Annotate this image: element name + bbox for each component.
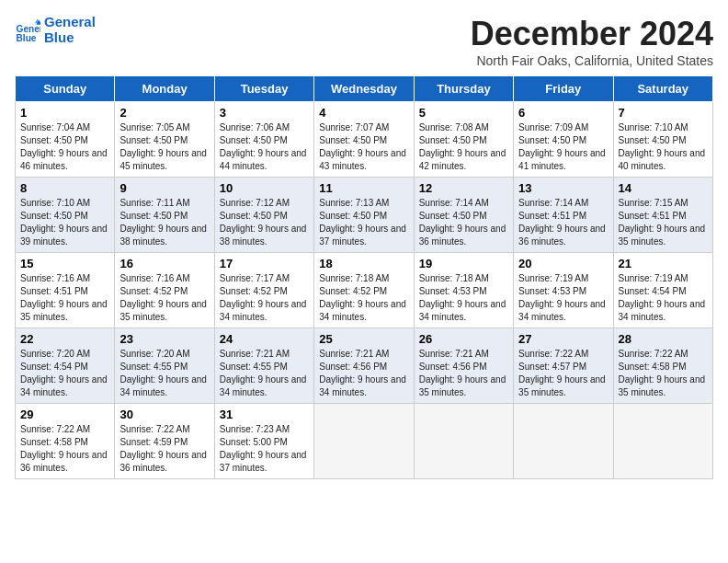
calendar-day-cell [613,404,712,479]
calendar-day-cell: 13Sunrise: 7:14 AMSunset: 4:51 PMDayligh… [514,178,613,253]
day-detail: Sunrise: 7:17 AMSunset: 4:52 PMDaylight:… [220,272,309,324]
calendar-day-cell: 24Sunrise: 7:21 AMSunset: 4:55 PMDayligh… [214,328,313,404]
weekday-header: Saturday [613,76,712,102]
calendar-week-row: 29Sunrise: 7:22 AMSunset: 4:58 PMDayligh… [16,404,713,479]
day-detail: Sunrise: 7:13 AMSunset: 4:50 PMDaylight:… [319,197,408,248]
day-detail: Sunrise: 7:05 AMSunset: 4:50 PMDaylight:… [119,121,209,173]
day-number: 12 [419,181,508,195]
header: General Blue General Blue December 2024 … [15,15,713,68]
day-number: 28 [619,332,708,346]
calendar-subtitle: North Fair Oaks, California, United Stat… [471,53,713,68]
calendar-day-cell: 16Sunrise: 7:16 AMSunset: 4:52 PMDayligh… [115,253,214,328]
day-detail: Sunrise: 7:14 AMSunset: 4:51 PMDaylight:… [518,197,608,248]
day-number: 23 [119,332,209,346]
day-detail: Sunrise: 7:21 AMSunset: 4:56 PMDaylight:… [319,348,408,399]
day-number: 16 [119,257,209,270]
calendar-day-cell: 21Sunrise: 7:19 AMSunset: 4:54 PMDayligh… [613,253,712,328]
day-detail: Sunrise: 7:15 AMSunset: 4:51 PMDaylight:… [619,197,708,248]
day-number: 6 [518,106,608,120]
calendar-day-cell: 25Sunrise: 7:21 AMSunset: 4:56 PMDayligh… [314,328,414,404]
day-detail: Sunrise: 7:22 AMSunset: 4:59 PMDaylight:… [119,423,209,475]
day-detail: Sunrise: 7:18 AMSunset: 4:53 PMDaylight:… [419,272,508,324]
day-detail: Sunrise: 7:16 AMSunset: 4:51 PMDaylight:… [20,272,109,324]
title-block: December 2024 North Fair Oaks, Californi… [471,15,713,68]
calendar-day-cell: 18Sunrise: 7:18 AMSunset: 4:52 PMDayligh… [314,253,414,328]
calendar-day-cell: 4Sunrise: 7:07 AMSunset: 4:50 PMDaylight… [314,102,414,178]
day-number: 30 [119,408,209,421]
day-detail: Sunrise: 7:11 AMSunset: 4:50 PMDaylight:… [119,197,209,248]
day-detail: Sunrise: 7:07 AMSunset: 4:50 PMDaylight:… [319,121,408,173]
day-number: 10 [220,181,309,195]
day-detail: Sunrise: 7:20 AMSunset: 4:54 PMDaylight:… [20,348,109,399]
calendar-day-cell: 2Sunrise: 7:05 AMSunset: 4:50 PMDaylight… [115,102,214,178]
day-detail: Sunrise: 7:06 AMSunset: 4:50 PMDaylight:… [220,121,309,173]
weekday-header-row: SundayMondayTuesdayWednesdayThursdayFrid… [16,76,713,102]
day-number: 7 [619,106,708,120]
day-number: 29 [20,408,109,421]
day-detail: Sunrise: 7:12 AMSunset: 4:50 PMDaylight:… [220,197,309,248]
calendar-day-cell: 22Sunrise: 7:20 AMSunset: 4:54 PMDayligh… [16,328,115,404]
day-number: 27 [518,332,608,346]
calendar-day-cell [314,404,414,479]
logo-line1: General [44,14,96,29]
day-detail: Sunrise: 7:19 AMSunset: 4:53 PMDaylight:… [518,272,608,324]
calendar-day-cell: 31Sunrise: 7:23 AMSunset: 5:00 PMDayligh… [214,404,313,479]
day-detail: Sunrise: 7:08 AMSunset: 4:50 PMDaylight:… [419,121,508,173]
day-number: 26 [419,332,508,346]
weekday-header: Monday [115,76,214,102]
calendar-day-cell: 28Sunrise: 7:22 AMSunset: 4:58 PMDayligh… [613,328,712,404]
calendar-day-cell: 26Sunrise: 7:21 AMSunset: 4:56 PMDayligh… [414,328,513,404]
day-number: 1 [20,106,109,120]
day-number: 19 [419,257,508,270]
calendar-day-cell: 8Sunrise: 7:10 AMSunset: 4:50 PMDaylight… [16,178,115,253]
calendar-day-cell: 17Sunrise: 7:17 AMSunset: 4:52 PMDayligh… [214,253,313,328]
calendar-day-cell: 9Sunrise: 7:11 AMSunset: 4:50 PMDaylight… [115,178,214,253]
day-number: 9 [119,181,209,195]
day-number: 31 [220,408,309,421]
logo-line2: Blue [44,29,74,45]
weekday-header: Wednesday [314,76,414,102]
day-number: 14 [619,181,708,195]
day-detail: Sunrise: 7:19 AMSunset: 4:54 PMDaylight:… [619,272,708,324]
calendar-day-cell: 19Sunrise: 7:18 AMSunset: 4:53 PMDayligh… [414,253,513,328]
day-number: 3 [220,106,309,120]
day-number: 5 [419,106,508,120]
calendar-day-cell: 11Sunrise: 7:13 AMSunset: 4:50 PMDayligh… [314,178,414,253]
day-number: 13 [518,181,608,195]
logo: General Blue General Blue [15,15,96,45]
calendar-table: SundayMondayTuesdayWednesdayThursdayFrid… [15,75,713,479]
weekday-header: Friday [514,76,613,102]
calendar-day-cell: 1Sunrise: 7:04 AMSunset: 4:50 PMDaylight… [16,102,115,178]
day-number: 24 [220,332,309,346]
calendar-day-cell: 5Sunrise: 7:08 AMSunset: 4:50 PMDaylight… [414,102,513,178]
calendar-day-cell: 15Sunrise: 7:16 AMSunset: 4:51 PMDayligh… [16,253,115,328]
calendar-day-cell: 30Sunrise: 7:22 AMSunset: 4:59 PMDayligh… [115,404,214,479]
calendar-day-cell: 27Sunrise: 7:22 AMSunset: 4:57 PMDayligh… [514,328,613,404]
day-detail: Sunrise: 7:22 AMSunset: 4:58 PMDaylight:… [619,348,708,399]
calendar-day-cell: 7Sunrise: 7:10 AMSunset: 4:50 PMDaylight… [613,102,712,178]
calendar-title: December 2024 [471,15,713,53]
day-detail: Sunrise: 7:16 AMSunset: 4:52 PMDaylight:… [119,272,209,324]
calendar-day-cell: 14Sunrise: 7:15 AMSunset: 4:51 PMDayligh… [613,178,712,253]
day-detail: Sunrise: 7:10 AMSunset: 4:50 PMDaylight:… [619,121,708,173]
calendar-week-row: 1Sunrise: 7:04 AMSunset: 4:50 PMDaylight… [16,102,713,178]
calendar-day-cell: 20Sunrise: 7:19 AMSunset: 4:53 PMDayligh… [514,253,613,328]
day-number: 15 [20,257,109,270]
day-number: 4 [319,106,408,120]
day-detail: Sunrise: 7:18 AMSunset: 4:52 PMDaylight:… [319,272,408,324]
day-detail: Sunrise: 7:21 AMSunset: 4:55 PMDaylight:… [220,348,309,399]
calendar-day-cell: 10Sunrise: 7:12 AMSunset: 4:50 PMDayligh… [214,178,313,253]
day-number: 2 [119,106,209,120]
weekday-header: Sunday [16,76,115,102]
calendar-day-cell: 12Sunrise: 7:14 AMSunset: 4:50 PMDayligh… [414,178,513,253]
day-detail: Sunrise: 7:21 AMSunset: 4:56 PMDaylight:… [419,348,508,399]
calendar-week-row: 22Sunrise: 7:20 AMSunset: 4:54 PMDayligh… [16,328,713,404]
day-detail: Sunrise: 7:14 AMSunset: 4:50 PMDaylight:… [419,197,508,248]
day-detail: Sunrise: 7:22 AMSunset: 4:58 PMDaylight:… [20,423,109,475]
day-number: 17 [220,257,309,270]
calendar-week-row: 15Sunrise: 7:16 AMSunset: 4:51 PMDayligh… [16,253,713,328]
day-number: 11 [319,181,408,195]
calendar-day-cell: 29Sunrise: 7:22 AMSunset: 4:58 PMDayligh… [16,404,115,479]
calendar-day-cell: 6Sunrise: 7:09 AMSunset: 4:50 PMDaylight… [514,102,613,178]
day-detail: Sunrise: 7:10 AMSunset: 4:50 PMDaylight:… [20,197,109,248]
